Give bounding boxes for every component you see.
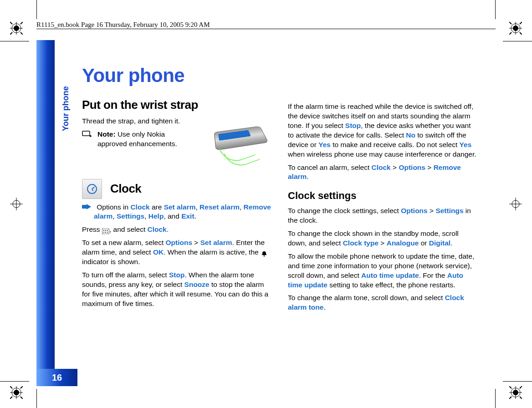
- kw-clock: Clock: [372, 163, 391, 171]
- heading-wrist-strap: Put on the wrist strap: [82, 97, 271, 113]
- menu-key-icon: [102, 227, 109, 233]
- alarm-tone-paragraph: To change the alarm tone, scroll down, a…: [288, 293, 477, 312]
- svg-point-47: [107, 232, 108, 233]
- svg-rect-38: [82, 131, 90, 136]
- t: Press: [82, 225, 102, 233]
- device-illustration: [203, 111, 271, 166]
- t: . When the alarm is active, the: [164, 248, 261, 256]
- kw-options: Options: [166, 239, 193, 246]
- crop-mark: [495, 0, 496, 19]
- registration-mark-icon: [509, 22, 522, 35]
- side-section-label: Your phone: [61, 86, 71, 131]
- svg-line-20: [10, 386, 12, 388]
- svg-point-45: [103, 232, 104, 233]
- crop-mark: [0, 41, 29, 41]
- alarm-indicator-icon: [261, 250, 268, 255]
- t: to make and receive calls. Do not select: [331, 141, 460, 148]
- t: To set a new alarm, select: [82, 239, 166, 246]
- registration-mark-icon: [10, 22, 23, 35]
- t: >: [379, 239, 387, 247]
- crop-mark: [36, 389, 37, 408]
- crop-mark: [503, 381, 532, 382]
- clock-type-paragraph: To change the clock shown in the standby…: [288, 229, 477, 248]
- svg-line-6: [10, 32, 12, 35]
- t: .: [194, 212, 196, 220]
- t: indicator is shown.: [82, 258, 140, 265]
- svg-line-28: [509, 386, 512, 388]
- set-alarm-paragraph: To set a new alarm, select Options > Set…: [82, 238, 271, 267]
- note-icon: [82, 130, 92, 140]
- t: , and: [164, 212, 181, 220]
- clock-app-icon: [82, 179, 102, 199]
- tip-arrow-icon: [82, 203, 91, 212]
- t: are: [150, 203, 164, 211]
- kw-settings: Settings: [435, 207, 463, 214]
- sidebar-gradient: [36, 40, 55, 386]
- t: ,: [144, 212, 148, 220]
- heading-clock-settings: Clock settings: [288, 189, 477, 203]
- kw-yes: Yes: [318, 141, 331, 148]
- t: ,: [113, 212, 117, 220]
- page-number: 16: [36, 369, 77, 386]
- press-paragraph: Press , and select Clock.: [82, 225, 271, 235]
- kw-settings: Settings: [117, 212, 144, 220]
- kw-snooze: Snooze: [184, 280, 210, 288]
- alarm-while-off-paragraph: If the alarm time is reached while the d…: [288, 102, 477, 159]
- svg-line-30: [509, 397, 512, 399]
- note-label: Note:: [97, 130, 116, 138]
- kw-analogue: Analogue: [387, 239, 419, 247]
- t: .: [167, 225, 169, 233]
- kw-ok: OK: [153, 248, 164, 256]
- svg-line-15: [520, 32, 522, 35]
- kw-reset-alarm: Reset alarm: [200, 203, 240, 211]
- crop-mark: [36, 0, 37, 19]
- crosshair-icon: [509, 198, 522, 210]
- kw-options: Options: [401, 207, 428, 214]
- svg-line-12: [509, 22, 512, 24]
- cancel-alarm-paragraph: To cancel an alarm, select Clock > Optio…: [288, 163, 477, 182]
- svg-line-5: [20, 22, 23, 24]
- kw-auto-time-update: Auto time update: [361, 271, 419, 279]
- svg-line-14: [509, 32, 512, 35]
- kw-exit: Exit: [181, 212, 194, 220]
- kw-clock-type: Clock type: [343, 239, 379, 247]
- svg-line-22: [10, 397, 12, 399]
- t: To turn off the alarm, select: [82, 271, 169, 279]
- svg-marker-39: [90, 135, 92, 137]
- note-block: Note: Use only Nokia approved enhancemen…: [82, 130, 188, 149]
- kw-set-alarm: Set alarm: [164, 203, 196, 211]
- turnoff-paragraph: To turn off the alarm, select Stop. When…: [82, 270, 271, 309]
- header-rule: [36, 29, 496, 29]
- t: . For the: [419, 271, 447, 279]
- kw-yes: Yes: [460, 141, 472, 148]
- t: or: [419, 239, 429, 247]
- svg-line-21: [20, 386, 23, 388]
- svg-line-31: [520, 397, 522, 399]
- t: , and select: [109, 225, 148, 233]
- kw-stop: Stop: [169, 271, 184, 279]
- svg-point-46: [105, 232, 106, 233]
- t: >: [428, 207, 436, 214]
- page-frame: R1115_en.book Page 16 Thursday, February…: [36, 40, 496, 386]
- t: when wireless phone use may cause interf…: [288, 150, 476, 158]
- clock-settings-paragraph: To change the clock settings, select Opt…: [288, 206, 477, 225]
- crop-mark: [503, 41, 532, 41]
- auto-time-paragraph: To allow the mobile phone network to upd…: [288, 252, 477, 290]
- content-columns: Your phone Put on the wrist strap Thread…: [82, 63, 477, 363]
- heading-clock: Clock: [110, 181, 141, 197]
- svg-point-43: [105, 230, 106, 231]
- clock-options-paragraph: Options in Clock are Set alarm, Reset al…: [82, 203, 271, 222]
- t: .: [450, 239, 452, 247]
- chapter-title: Your phone: [82, 63, 271, 89]
- t: To change the clock settings, select: [288, 207, 401, 214]
- svg-marker-40: [82, 204, 91, 209]
- kw-stop: Stop: [345, 122, 361, 129]
- kw-clock: Clock: [148, 225, 167, 233]
- svg-line-4: [10, 22, 12, 24]
- crosshair-icon: [10, 198, 23, 210]
- registration-mark-icon: [10, 386, 23, 399]
- t: .: [323, 303, 325, 311]
- svg-line-7: [20, 32, 23, 35]
- svg-line-13: [520, 22, 522, 24]
- kw-set-alarm: Set alarm: [200, 239, 232, 246]
